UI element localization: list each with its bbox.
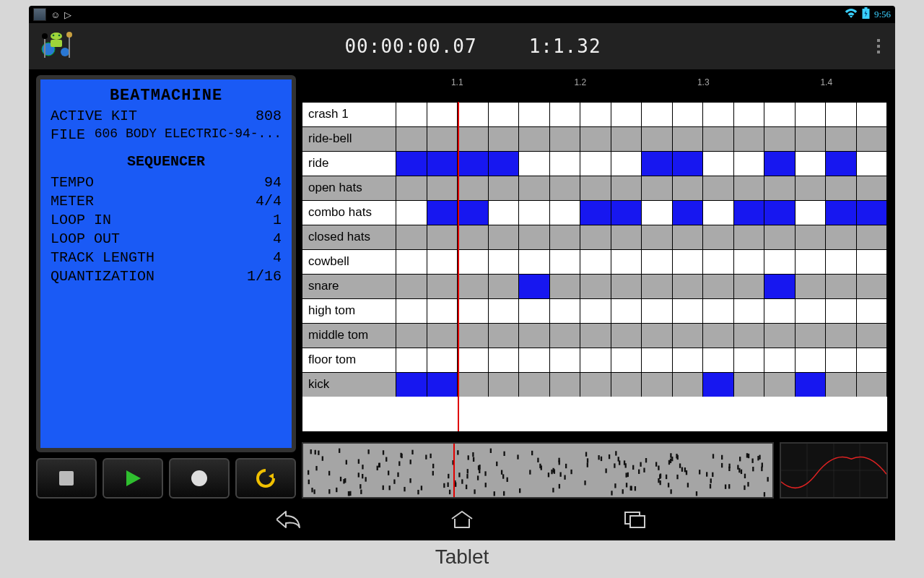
step-cell[interactable] (489, 373, 520, 397)
step-cell[interactable] (580, 250, 611, 274)
step-cell[interactable] (458, 176, 489, 200)
step-cell[interactable] (458, 201, 489, 225)
step-cell[interactable] (580, 373, 611, 397)
step-cell[interactable] (826, 103, 857, 126)
step-cell[interactable] (857, 324, 888, 348)
step-cell[interactable] (489, 176, 520, 200)
step-cell[interactable] (396, 324, 427, 348)
step-cell[interactable] (519, 373, 550, 397)
step-cell[interactable] (611, 275, 642, 298)
step-cell[interactable] (673, 373, 704, 397)
step-cell[interactable] (580, 324, 611, 348)
step-cell[interactable] (703, 201, 734, 225)
recents-button[interactable] (610, 506, 661, 532)
step-cell[interactable] (857, 201, 888, 225)
tracklen-value[interactable]: 4 (273, 249, 282, 266)
step-cell[interactable] (550, 176, 581, 200)
step-cell[interactable] (764, 348, 796, 372)
step-cell[interactable] (396, 201, 427, 225)
step-cell[interactable] (734, 324, 765, 348)
step-cell[interactable] (857, 250, 888, 274)
step-cell[interactable] (611, 127, 642, 151)
step-cell[interactable] (826, 373, 857, 397)
track-label[interactable]: cowbell (302, 250, 396, 274)
step-cell[interactable] (703, 225, 734, 249)
step-cell[interactable] (857, 225, 888, 249)
step-cell[interactable] (396, 152, 427, 176)
step-cell[interactable] (396, 373, 427, 397)
step-cell[interactable] (796, 324, 827, 348)
step-cell[interactable] (857, 176, 888, 200)
waveform-preview[interactable] (780, 442, 888, 499)
step-cell[interactable] (550, 275, 581, 298)
loopout-value[interactable]: 4 (273, 230, 282, 247)
step-cell[interactable] (857, 103, 888, 126)
step-cell[interactable] (796, 250, 827, 274)
step-cell[interactable] (764, 176, 796, 200)
step-cell[interactable] (826, 152, 857, 176)
step-cell[interactable] (396, 176, 427, 200)
step-cell[interactable] (611, 225, 642, 249)
track-cells[interactable] (396, 201, 887, 225)
step-cell[interactable] (427, 275, 458, 298)
track-label[interactable]: crash 1 (302, 103, 396, 126)
step-cell[interactable] (703, 152, 734, 176)
tempo-value[interactable]: 94 (264, 174, 282, 191)
record-button[interactable] (169, 458, 230, 499)
sequencer-grid[interactable]: crash 1ride-bellrideopen hatscombo hatsc… (302, 101, 888, 432)
step-cell[interactable] (580, 348, 611, 372)
step-cell[interactable] (489, 299, 520, 323)
play-button[interactable] (103, 458, 163, 499)
step-cell[interactable] (580, 103, 611, 126)
step-cell[interactable] (519, 275, 550, 298)
step-cell[interactable] (734, 299, 765, 323)
step-cell[interactable] (427, 152, 458, 176)
step-cell[interactable] (550, 103, 581, 126)
step-cell[interactable] (642, 299, 673, 323)
step-cell[interactable] (642, 201, 673, 225)
step-cell[interactable] (550, 152, 581, 176)
pattern-minimap[interactable] (302, 442, 774, 499)
step-cell[interactable] (673, 324, 704, 348)
step-cell[interactable] (519, 250, 550, 274)
step-cell[interactable] (826, 176, 857, 200)
step-cell[interactable] (857, 275, 888, 298)
step-cell[interactable] (673, 201, 704, 225)
step-cell[interactable] (458, 348, 489, 372)
stop-button[interactable] (36, 458, 97, 499)
step-cell[interactable] (519, 176, 550, 200)
step-cell[interactable] (519, 348, 550, 372)
step-cell[interactable] (427, 250, 458, 274)
step-cell[interactable] (734, 103, 765, 126)
track-cells[interactable] (396, 152, 887, 176)
step-cell[interactable] (764, 324, 796, 348)
track-label[interactable]: high tom (302, 299, 396, 323)
step-cell[interactable] (796, 127, 827, 151)
track-label[interactable]: closed hats (302, 225, 396, 249)
track-label[interactable]: snare (302, 275, 396, 298)
step-cell[interactable] (519, 201, 550, 225)
step-cell[interactable] (796, 176, 827, 200)
step-cell[interactable] (642, 152, 673, 176)
step-cell[interactable] (396, 299, 427, 323)
step-cell[interactable] (611, 299, 642, 323)
step-cell[interactable] (673, 275, 704, 298)
step-cell[interactable] (673, 299, 704, 323)
active-kit-value[interactable]: 808 (256, 108, 282, 124)
step-cell[interactable] (580, 225, 611, 249)
step-cell[interactable] (642, 250, 673, 274)
loopin-value[interactable]: 1 (273, 212, 282, 228)
track-label[interactable]: combo hats (302, 201, 396, 225)
step-cell[interactable] (550, 225, 581, 249)
step-cell[interactable] (796, 225, 827, 249)
step-cell[interactable] (764, 127, 796, 151)
step-cell[interactable] (396, 225, 427, 249)
track-cells[interactable] (396, 225, 887, 249)
overflow-menu-button[interactable] (871, 32, 886, 61)
step-cell[interactable] (550, 250, 581, 274)
step-cell[interactable] (458, 324, 489, 348)
track-cells[interactable] (396, 299, 887, 323)
step-cell[interactable] (673, 250, 704, 274)
step-cell[interactable] (642, 127, 673, 151)
step-cell[interactable] (580, 299, 611, 323)
